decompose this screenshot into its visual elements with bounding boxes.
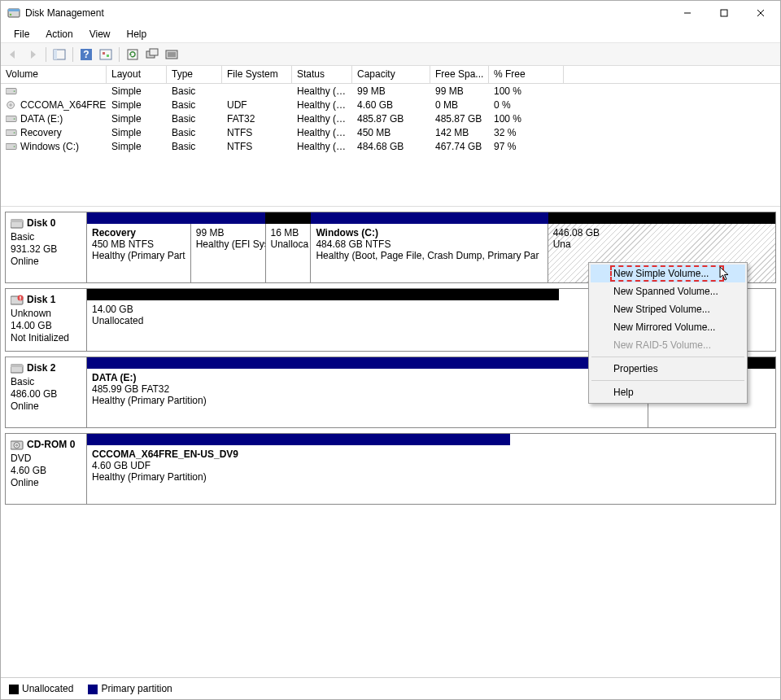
partition-status: Healthy (Primary Partition)	[92, 471, 505, 483]
volume-type: Basic	[167, 99, 222, 111]
rescan-button[interactable]	[143, 46, 161, 63]
partition-status: Unalloca	[271, 238, 306, 250]
volume-name: DATA (E:)	[20, 113, 63, 125]
volume-fs: NTFS	[222, 127, 292, 138]
disk-info[interactable]: CD-ROM 0DVD4.60 GBOnline	[5, 433, 86, 505]
context-menu-item[interactable]: New Simple Volume...	[591, 265, 745, 282]
volume-row[interactable]: DATA (E:)SimpleBasicFAT32Healthy (P...48…	[1, 112, 780, 125]
col-filesystem[interactable]: File System	[222, 66, 292, 83]
back-button[interactable]	[4, 46, 22, 63]
volume-row[interactable]: RecoverySimpleBasicNTFSHealthy (P...450 …	[1, 125, 780, 139]
partition-title: Recovery	[92, 227, 185, 238]
partition-size: 4.60 GB UDF	[92, 460, 505, 471]
menu-help[interactable]: Help	[119, 26, 155, 42]
col-volume[interactable]: Volume	[1, 66, 107, 83]
volume-fs: FAT32	[222, 113, 292, 125]
legend-swatch-unallocated	[9, 685, 19, 694]
partition-size: 14.00 GB	[92, 304, 554, 315]
partition-status: Healthy (Primary Part	[92, 250, 185, 261]
partition-title: DATA (E:)	[92, 372, 643, 383]
col-type[interactable]: Type	[167, 66, 222, 83]
menu-file[interactable]: File	[6, 26, 37, 42]
volume-fs: NTFS	[222, 141, 292, 152]
volume-name: CCCOMA_X64FRE...	[20, 99, 107, 111]
col-layout[interactable]: Layout	[107, 66, 167, 83]
col-pctfree[interactable]: % Free	[489, 66, 564, 83]
volume-capacity: 450 MB	[352, 127, 430, 138]
partition[interactable]: 14.00 GBUnallocated	[87, 300, 559, 351]
disk-state: Online	[11, 400, 81, 413]
disk-type: DVD	[11, 453, 81, 465]
volume-pctfree: 100 %	[489, 85, 564, 97]
disk-type: Basic	[11, 376, 81, 388]
svg-point-30	[14, 146, 15, 147]
app-icon	[7, 7, 20, 20]
partition[interactable]: Windows (C:)484.68 GB NTFSHealthy (Boot,…	[311, 224, 548, 282]
partition-size: 16 MB	[271, 227, 306, 238]
disk-info[interactable]: Disk 1Unknown14.00 GBNot Initialized	[5, 288, 86, 352]
partition[interactable]: 16 MBUnalloca	[266, 224, 312, 282]
menu-action[interactable]: Action	[37, 26, 81, 42]
context-menu-item[interactable]: New Spanned Volume...	[591, 282, 745, 300]
svg-point-22	[14, 90, 15, 92]
refresh-button[interactable]	[124, 46, 142, 63]
disk-state: Online	[11, 256, 81, 268]
col-capacity[interactable]: Capacity	[352, 66, 430, 83]
close-button[interactable]	[742, 2, 779, 24]
col-status[interactable]: Status	[292, 66, 352, 83]
partition-status: Unallocated	[92, 315, 554, 326]
maximize-button[interactable]	[705, 2, 742, 24]
svg-point-26	[14, 118, 15, 120]
minimize-button[interactable]	[669, 2, 705, 24]
settings-button[interactable]	[97, 46, 115, 63]
volume-layout: Simple	[107, 141, 167, 152]
svg-rect-8	[54, 50, 57, 59]
volume-status: Healthy (E...	[292, 85, 352, 97]
col-freespace[interactable]: Free Spa...	[430, 66, 489, 83]
volume-status: Healthy (P...	[292, 127, 352, 138]
volume-status: Healthy (B...	[292, 141, 352, 152]
partition[interactable]: 99 MBHealthy (EFI Sys	[191, 224, 266, 282]
volume-layout: Simple	[107, 113, 167, 125]
action-list-button[interactable]	[163, 46, 181, 63]
volume-capacity: 485.87 GB	[352, 113, 430, 125]
help-button[interactable]: ?	[77, 46, 95, 63]
disk-info[interactable]: Disk 2Basic486.00 GBOnline	[5, 357, 86, 428]
volume-layout: Simple	[107, 99, 167, 111]
cursor-icon	[719, 266, 731, 283]
forward-button[interactable]	[24, 46, 41, 63]
partition-size: 485.99 GB FAT32	[92, 383, 643, 395]
show-hide-tree-button[interactable]	[50, 46, 68, 63]
disk-type: Basic	[11, 231, 81, 243]
context-menu-properties[interactable]: Properties	[591, 360, 745, 378]
volume-row[interactable]: SimpleBasicHealthy (E...99 MB99 MB100 %	[1, 84, 780, 98]
window-title: Disk Management	[25, 7, 669, 19]
partition[interactable]: DATA (E:)485.99 GB FAT32Healthy (Primary…	[87, 369, 648, 427]
volume-status: Healthy (P...	[292, 99, 352, 111]
svg-rect-38	[11, 365, 23, 367]
menu-view[interactable]: View	[81, 26, 119, 42]
context-menu-item[interactable]: New Striped Volume...	[591, 300, 745, 318]
volume-capacity: 99 MB	[352, 85, 430, 97]
volume-capacity: 4.60 GB	[352, 99, 430, 111]
svg-rect-32	[11, 220, 23, 222]
volume-pctfree: 97 %	[489, 141, 564, 152]
partition[interactable]: Recovery450 MB NTFSHealthy (Primary Part	[87, 224, 191, 282]
legend-label-unallocated: Unallocated	[22, 683, 73, 694]
svg-rect-35	[20, 296, 20, 299]
context-menu-help[interactable]: Help	[591, 383, 745, 401]
context-menu-item[interactable]: New Mirrored Volume...	[591, 318, 745, 336]
disk-info[interactable]: Disk 0Basic931.32 GBOnline	[5, 212, 86, 283]
legend-label-primary: Primary partition	[101, 683, 172, 694]
disk-size: 4.60 GB	[11, 465, 81, 477]
volume-list: Volume Layout Type File System Status Ca…	[1, 66, 780, 207]
svg-point-41	[16, 444, 18, 446]
disk-row: CD-ROM 0DVD4.60 GBOnlineCCCOMA_X64FRE_EN…	[5, 433, 776, 505]
partition[interactable]: CCCOMA_X64FRE_EN-US_DV94.60 GB UDFHealth…	[87, 445, 510, 504]
volume-name: Windows (C:)	[20, 141, 79, 152]
partition-size: 446.08 GB	[553, 227, 770, 238]
volume-row[interactable]: CCCOMA_X64FRE...SimpleBasicUDFHealthy (P…	[1, 98, 780, 112]
volume-pctfree: 100 %	[489, 113, 564, 125]
volume-row[interactable]: Windows (C:)SimpleBasicNTFSHealthy (B...…	[1, 139, 780, 153]
volume-name: Recovery	[20, 127, 62, 138]
